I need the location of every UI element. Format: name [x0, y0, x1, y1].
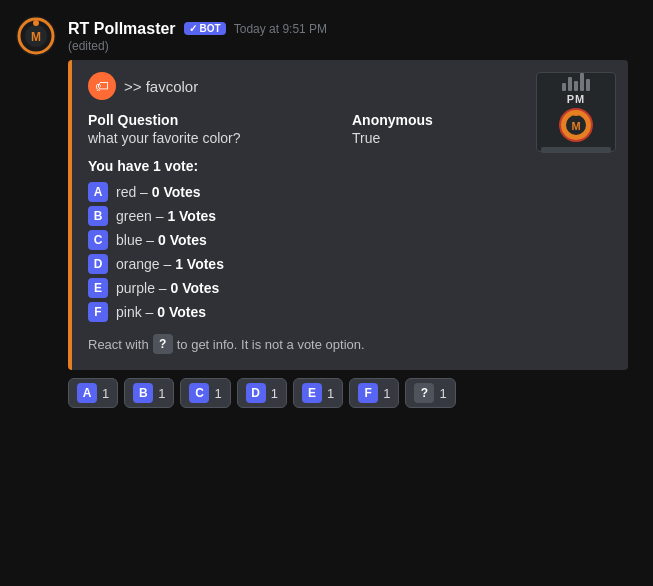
votes-header: You have 1 vote: [88, 158, 612, 174]
vote-count: 1 Votes [175, 256, 224, 272]
vote-letter: D [88, 254, 108, 274]
reaction-label: ? [414, 383, 434, 403]
reaction-label: D [246, 383, 266, 403]
thumb-bar-bottom [541, 147, 611, 153]
svg-text:M: M [571, 120, 580, 132]
reaction-count: 1 [327, 386, 334, 401]
timestamp: Today at 9:51 PM [234, 22, 327, 36]
bot-name: RT Pollmaster [68, 20, 176, 38]
vote-letter: E [88, 278, 108, 298]
vote-letter: C [88, 230, 108, 250]
vote-option: A red – 0 Votes [88, 182, 612, 202]
reaction-button[interactable]: C 1 [180, 378, 230, 408]
reaction-label: A [77, 383, 97, 403]
vote-count: 0 Votes [158, 232, 207, 248]
reaction-count: 1 [439, 386, 446, 401]
bar4 [580, 73, 584, 91]
reaction-label: C [189, 383, 209, 403]
reaction-count: 1 [214, 386, 221, 401]
edited-label: (edited) [68, 39, 327, 53]
bot-badge: BOT [184, 22, 226, 35]
reaction-count: 1 [271, 386, 278, 401]
reaction-button[interactable]: B 1 [124, 378, 174, 408]
poll-question-value: what your favorite color? [88, 130, 348, 146]
vote-option: B green – 1 Votes [88, 206, 612, 226]
avatar: M [16, 16, 56, 56]
embed-thumbnail: PM M [536, 72, 616, 152]
reaction-button[interactable]: ? 1 [405, 378, 455, 408]
embed-header-icon: 🏷 [88, 72, 116, 100]
reaction-count: 1 [383, 386, 390, 401]
thumb-bars [562, 71, 590, 91]
vote-options-list: A red – 0 Votes B green – 1 Votes C blue… [88, 182, 612, 322]
vote-text: green – 1 Votes [116, 208, 216, 224]
reaction-button[interactable]: D 1 [237, 378, 287, 408]
bar2 [568, 77, 572, 91]
vote-option: F pink – 0 Votes [88, 302, 612, 322]
pm-label: PM [567, 93, 586, 105]
svg-point-8 [573, 110, 579, 116]
thumb-logo-svg: M [558, 107, 594, 143]
vote-count: 0 Votes [170, 280, 219, 296]
embed-fields: Poll Question what your favorite color? … [88, 112, 612, 146]
embed-container: PM M 🏷 >> favcolor Poll Question what yo… [68, 60, 628, 370]
svg-text:M: M [31, 30, 41, 44]
vote-text: purple – 0 Votes [116, 280, 219, 296]
vote-count: 0 Votes [157, 304, 206, 320]
poll-question-field: Poll Question what your favorite color? [88, 112, 348, 146]
vote-text: pink – 0 Votes [116, 304, 206, 320]
vote-text: red – 0 Votes [116, 184, 201, 200]
header-info: RT Pollmaster BOT Today at 9:51 PM (edit… [68, 20, 327, 53]
vote-letter: B [88, 206, 108, 226]
reactions-bar: A 1 B 1 C 1 D 1 E 1 F 1 ? 1 [68, 378, 637, 408]
vote-count: 1 Votes [167, 208, 216, 224]
reaction-label: B [133, 383, 153, 403]
bar5 [586, 79, 590, 91]
bar3 [574, 81, 578, 91]
header-top: RT Pollmaster BOT Today at 9:51 PM [68, 20, 327, 38]
reaction-count: 1 [158, 386, 165, 401]
reaction-label: F [358, 383, 378, 403]
react-with-label: React with [88, 337, 149, 352]
vote-option: E purple – 0 Votes [88, 278, 612, 298]
bar1 [562, 83, 566, 91]
react-info: React with ? to get info. It is not a vo… [88, 334, 612, 354]
vote-letter: A [88, 182, 108, 202]
reaction-button[interactable]: F 1 [349, 378, 399, 408]
vote-text: orange – 1 Votes [116, 256, 224, 272]
vote-text: blue – 0 Votes [116, 232, 207, 248]
thumb-inner: PM M [541, 71, 611, 153]
embed-command: >> favcolor [124, 78, 198, 95]
reaction-count: 1 [102, 386, 109, 401]
question-mark-icon: ? [153, 334, 173, 354]
react-with-suffix: to get info. It is not a vote option. [177, 337, 365, 352]
poll-question-label: Poll Question [88, 112, 348, 128]
svg-point-4 [33, 20, 39, 26]
vote-option: C blue – 0 Votes [88, 230, 612, 250]
embed-header: 🏷 >> favcolor [88, 72, 612, 100]
reaction-label: E [302, 383, 322, 403]
vote-option: D orange – 1 Votes [88, 254, 612, 274]
message-header: M RT Pollmaster BOT Today at 9:51 PM (ed… [16, 16, 637, 56]
vote-count: 0 Votes [152, 184, 201, 200]
reaction-button[interactable]: E 1 [293, 378, 343, 408]
vote-letter: F [88, 302, 108, 322]
reaction-button[interactable]: A 1 [68, 378, 118, 408]
